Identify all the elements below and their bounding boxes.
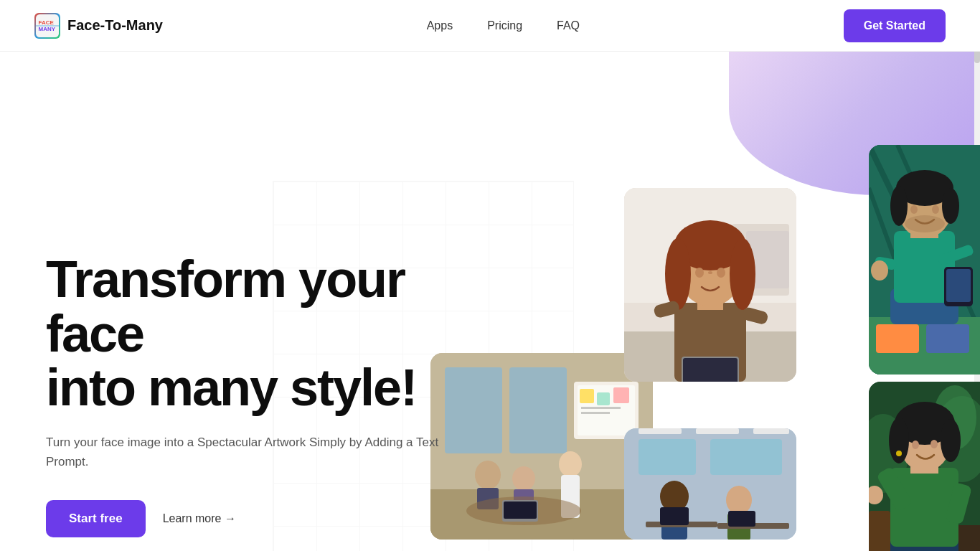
svg-rect-65 bbox=[876, 324, 919, 353]
svg-rect-50 bbox=[710, 439, 782, 475]
svg-rect-43 bbox=[683, 358, 738, 382]
svg-rect-47 bbox=[696, 428, 739, 434]
svg-rect-79 bbox=[946, 269, 971, 302]
svg-rect-12 bbox=[613, 387, 629, 403]
hero-section: Transform your face into many style! Tur… bbox=[0, 52, 980, 551]
svg-rect-46 bbox=[639, 428, 682, 434]
learn-more-link[interactable]: Learn more → bbox=[163, 512, 236, 525]
svg-rect-24 bbox=[504, 501, 537, 519]
svg-rect-88 bbox=[869, 511, 890, 551]
svg-point-96 bbox=[912, 441, 919, 449]
svg-text:FACE: FACE bbox=[39, 19, 55, 26]
svg-point-76 bbox=[905, 215, 945, 232]
svg-point-35 bbox=[665, 238, 691, 310]
svg-rect-58 bbox=[728, 511, 755, 527]
get-started-button[interactable]: Get Started bbox=[844, 9, 946, 42]
svg-rect-48 bbox=[753, 428, 789, 434]
svg-rect-14 bbox=[581, 412, 610, 414]
hero-subtext: Turn your face image into a Spectacular … bbox=[46, 433, 448, 471]
svg-point-16 bbox=[559, 451, 582, 477]
nav-logo-area: FACE MANY Face-To-Many bbox=[34, 13, 163, 39]
start-free-button[interactable]: Start free bbox=[46, 500, 146, 537]
hero-content: Transform your face into many style! Tur… bbox=[46, 253, 505, 537]
svg-point-38 bbox=[717, 268, 725, 278]
svg-rect-66 bbox=[926, 324, 969, 353]
nav-links: Apps Pricing FAQ bbox=[427, 19, 580, 32]
svg-point-39 bbox=[708, 271, 712, 274]
svg-text:MANY: MANY bbox=[39, 26, 56, 32]
svg-point-97 bbox=[930, 440, 938, 448]
svg-rect-49 bbox=[639, 439, 696, 475]
svg-point-94 bbox=[889, 418, 909, 463]
svg-rect-11 bbox=[597, 392, 610, 405]
svg-point-20 bbox=[512, 466, 535, 491]
photo-woman-smiling bbox=[624, 188, 796, 382]
svg-point-37 bbox=[695, 268, 704, 278]
hero-heading: Transform your face into many style! bbox=[46, 253, 505, 415]
photo-man-tablet bbox=[869, 145, 980, 375]
logo-icon: FACE MANY bbox=[34, 13, 60, 39]
nav-link-pricing[interactable]: Pricing bbox=[487, 19, 522, 32]
svg-point-75 bbox=[932, 205, 939, 214]
brand-name: Face-To-Many bbox=[67, 17, 163, 34]
svg-point-98 bbox=[896, 451, 902, 456]
svg-point-95 bbox=[941, 419, 961, 462]
svg-rect-10 bbox=[580, 389, 594, 403]
svg-point-73 bbox=[942, 188, 959, 224]
photo-office-space bbox=[624, 428, 796, 540]
navbar: FACE MANY Face-To-Many Apps Pricing FAQ … bbox=[0, 0, 980, 52]
svg-rect-13 bbox=[581, 407, 621, 409]
nav-link-faq[interactable]: FAQ bbox=[557, 19, 580, 32]
photo-woman-green-sweater bbox=[869, 382, 980, 551]
svg-point-72 bbox=[890, 186, 908, 226]
svg-point-74 bbox=[910, 205, 918, 214]
nav-link-apps[interactable]: Apps bbox=[427, 19, 453, 32]
svg-point-81 bbox=[871, 260, 888, 281]
svg-rect-7 bbox=[509, 367, 567, 453]
svg-rect-3 bbox=[36, 25, 59, 27]
svg-point-53 bbox=[726, 486, 752, 514]
hero-actions: Start free Learn more → bbox=[46, 500, 505, 537]
svg-rect-57 bbox=[660, 507, 689, 525]
svg-point-36 bbox=[730, 238, 755, 310]
